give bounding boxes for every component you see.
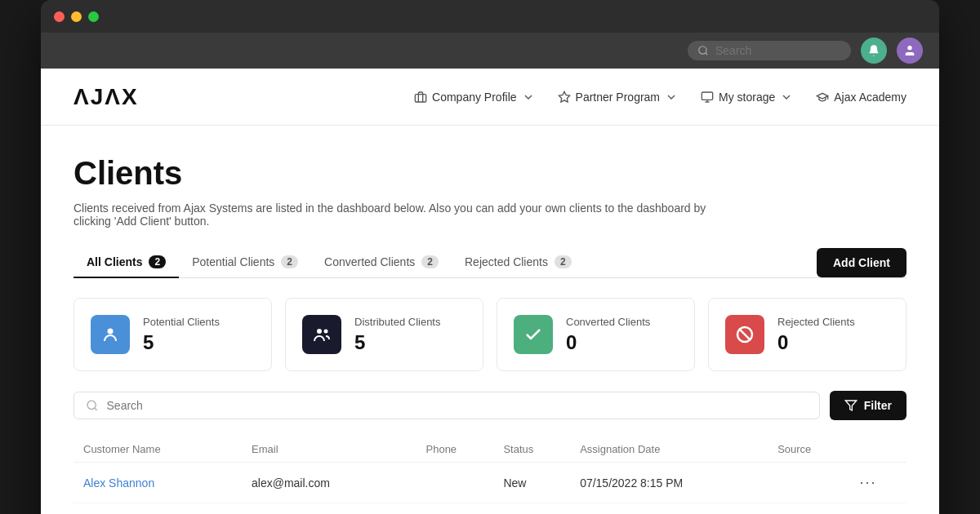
filter-button[interactable]: Filter (830, 391, 906, 420)
col-status: Status (493, 436, 570, 463)
logo: ΛJΛX (74, 84, 139, 110)
browser-search-input[interactable] (715, 44, 830, 57)
filter-label: Filter (864, 399, 892, 412)
stat-label-rejected: Rejected Clients (777, 316, 855, 328)
tab-potential-clients-badge: 2 (281, 255, 298, 268)
storage-icon (701, 91, 714, 104)
stat-value-converted: 0 (566, 331, 650, 354)
avatar-notification[interactable] (861, 38, 887, 64)
col-source: Source (768, 436, 849, 463)
top-nav-items: Company Profile Partner Program (414, 91, 906, 104)
client-phone-roberto (416, 503, 494, 515)
client-name-alex[interactable]: Alex Shannon (74, 463, 242, 503)
add-client-button[interactable]: Add Client (817, 248, 906, 277)
chevron-down-icon-2 (665, 91, 678, 104)
svg-point-12 (87, 401, 96, 409)
stat-value-potential: 5 (143, 331, 220, 354)
nav-label-ajax-academy: Ajax Academy (834, 91, 906, 104)
col-email: Email (242, 436, 416, 463)
more-options-button-alex[interactable]: ··· (860, 474, 877, 491)
tab-all-clients[interactable]: All Clients 2 (74, 247, 179, 278)
stat-icon-distributed (302, 315, 341, 354)
maximize-button[interactable] (88, 11, 99, 22)
mac-titlebar (41, 0, 939, 33)
stat-label-potential: Potential Clients (143, 316, 220, 328)
client-email-roberto: roberto@mail.com (242, 503, 416, 515)
person-icon (100, 325, 120, 344)
tab-potential-clients-label: Potential Clients (192, 255, 274, 268)
svg-marker-3 (559, 91, 569, 102)
star-icon (558, 91, 571, 104)
client-source-roberto (768, 503, 849, 515)
tab-all-clients-label: All Clients (87, 255, 142, 268)
page-description: Clients received from Ajax Systems are l… (74, 202, 743, 228)
table-row: Alex Shannon alex@mail.com New 07/15/202… (74, 463, 906, 503)
stat-card-rejected: Rejected Clients 0 (708, 298, 906, 371)
nav-item-partner-program[interactable]: Partner Program (558, 91, 678, 104)
stat-icon-rejected (725, 315, 764, 354)
stat-card-potential: Potential Clients 5 (74, 298, 272, 371)
client-date-alex: 07/15/2022 8:15 PM (570, 463, 768, 503)
close-button[interactable] (54, 11, 65, 22)
graduation-icon (816, 91, 829, 104)
col-assignation-date: Assignation Date (570, 436, 768, 463)
svg-point-8 (317, 329, 322, 334)
client-name-roberto[interactable]: Roberto Peterson (74, 503, 242, 515)
col-name: Customer Name (74, 436, 242, 463)
browser-search-bar[interactable] (688, 41, 851, 60)
bell-icon (867, 44, 880, 57)
stat-card-distributed: Distributed Clients 5 (285, 298, 483, 371)
mac-window: ΛJΛX Company Profile Partner Progr (41, 0, 939, 514)
search-icon (697, 45, 709, 56)
stat-info-converted: Converted Clients 0 (566, 316, 650, 354)
tab-all-clients-badge: 2 (149, 255, 166, 268)
ban-icon (735, 325, 755, 344)
client-source-alex (768, 463, 849, 503)
table-row: Roberto Peterson roberto@mail.com New 08… (74, 503, 906, 515)
stat-info-potential: Potential Clients 5 (143, 316, 220, 354)
table-search-bar[interactable] (74, 392, 820, 419)
stat-label-converted: Converted Clients (566, 316, 650, 328)
client-actions-alex[interactable]: ··· (850, 463, 906, 503)
svg-rect-4 (702, 92, 712, 100)
nav-item-my-storage[interactable]: My storage (701, 91, 793, 104)
tab-converted-clients-badge: 2 (421, 255, 439, 268)
group-icon (312, 325, 332, 344)
main-content: ΛJΛX Company Profile Partner Progr (41, 69, 939, 514)
briefcase-icon (414, 91, 427, 104)
stat-icon-converted (514, 315, 553, 354)
nav-label-my-storage: My storage (719, 91, 775, 104)
tab-converted-clients[interactable]: Converted Clients 2 (311, 247, 452, 278)
table-search-icon (86, 399, 99, 412)
chevron-down-icon-3 (780, 91, 793, 104)
table-search-input[interactable] (107, 399, 808, 412)
svg-marker-13 (845, 401, 856, 410)
nav-label-partner-program: Partner Program (576, 91, 660, 104)
nav-item-ajax-academy[interactable]: Ajax Academy (816, 91, 906, 104)
client-actions-roberto[interactable]: ··· (850, 503, 906, 515)
tabs: All Clients 2 Potential Clients 2 Conver… (74, 247, 817, 277)
clients-table: Customer Name Email Phone Status Assigna… (74, 436, 906, 514)
tab-converted-clients-label: Converted Clients (324, 255, 415, 268)
avatar-user[interactable] (897, 38, 923, 64)
stat-label-distributed: Distributed Clients (354, 316, 441, 328)
client-phone-alex (416, 463, 494, 503)
stat-icon-potential (91, 315, 130, 354)
filter-icon (844, 399, 858, 412)
nav-label-company-profile: Company Profile (432, 91, 517, 104)
tab-rejected-clients-label: Rejected Clients (465, 255, 548, 268)
tabs-row: All Clients 2 Potential Clients 2 Conver… (74, 247, 906, 278)
stat-value-rejected: 0 (777, 331, 855, 354)
top-nav: ΛJΛX Company Profile Partner Progr (41, 69, 939, 126)
minimize-button[interactable] (71, 11, 82, 22)
col-phone: Phone (416, 436, 494, 463)
page-title: Clients (74, 155, 906, 192)
svg-point-9 (324, 330, 328, 334)
stat-info-distributed: Distributed Clients 5 (354, 316, 441, 354)
tab-potential-clients[interactable]: Potential Clients 2 (179, 247, 311, 278)
tab-rejected-clients[interactable]: Rejected Clients 2 (452, 247, 585, 278)
client-status-roberto: New (493, 503, 570, 515)
browser-toolbar (41, 33, 939, 69)
nav-item-company-profile[interactable]: Company Profile (414, 91, 535, 104)
svg-point-0 (699, 47, 706, 54)
